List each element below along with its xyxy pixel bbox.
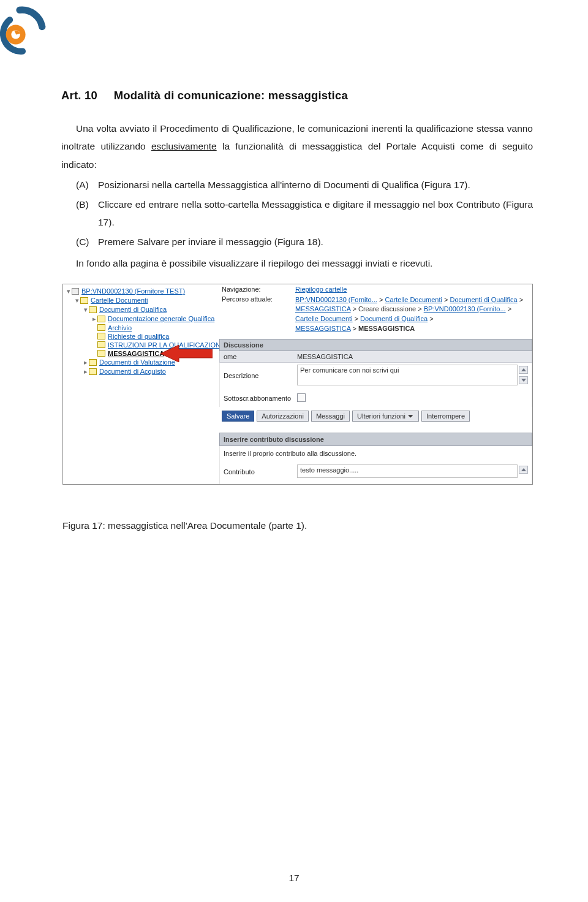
- contribution-label: Contributo: [224, 467, 297, 476]
- intro-text-underline: esclusivamente: [151, 141, 217, 151]
- tree-node[interactable]: ▾ Documenti di Qualifica: [66, 305, 217, 314]
- breadcrumb-link[interactable]: Documenti di Qualifica: [360, 315, 428, 322]
- more-functions-button[interactable]: Ulteriori funzioni ⏷: [352, 411, 419, 422]
- article-title: Modalità di comunicazione: messaggistica: [114, 89, 348, 102]
- breadcrumb-link[interactable]: MESSAGGISTICA: [295, 325, 350, 332]
- article-number: Art. 10: [61, 89, 97, 102]
- tree-node-label[interactable]: Documentazione generale Qualifica: [108, 315, 214, 322]
- treeview-collapse-icon[interactable]: ▾: [83, 306, 89, 314]
- company-logo: [0, 6, 49, 55]
- treeview-collapse-icon[interactable]: ▾: [74, 297, 80, 305]
- breadcrumb-sep: >: [416, 305, 424, 313]
- treeview-spacer: [91, 333, 97, 340]
- article-heading: Art. 10 Modalità di comunicazione: messa…: [61, 89, 533, 102]
- contribution-note: Inserire il proprio contributo alla disc…: [219, 446, 532, 461]
- name-row: ome MESSAGGISTICA: [219, 351, 532, 363]
- folder-icon: [89, 306, 97, 313]
- breadcrumb-link[interactable]: MESSAGGISTICA: [295, 305, 350, 313]
- treeview-spacer: [91, 324, 97, 332]
- tree-node[interactable]: ▾ BP:VND0002130 (Fornitore TEST): [66, 287, 217, 296]
- treeview-spacer: [91, 350, 97, 357]
- tree-node-selected[interactable]: MESSAGGISTICA: [66, 349, 217, 358]
- contribution-row: Contributo: [219, 461, 532, 484]
- breadcrumb: BP:VND0002130 (Fornito... > Cartelle Doc…: [295, 295, 530, 335]
- intro-paragraph: Una volta avviato il Procedimento di Qua…: [61, 119, 533, 173]
- treeview-expand-icon[interactable]: ▸: [91, 315, 97, 323]
- folder-tree: ▾ BP:VND0002130 (Fornitore TEST) ▾ Carte…: [63, 284, 219, 485]
- description-textarea[interactable]: [297, 365, 518, 385]
- screenshot-figure: ▾ BP:VND0002130 (Fornitore TEST) ▾ Carte…: [62, 284, 533, 485]
- folder-icon: [97, 341, 105, 348]
- list-marker: (B): [61, 195, 98, 232]
- tree-node-label[interactable]: Cartelle Documenti: [91, 297, 148, 304]
- contribution-textarea[interactable]: [297, 464, 518, 478]
- list-text: Premere Salvare per inviare il messaggio…: [98, 233, 533, 251]
- list-item: (B) Cliccare ed entrare nella sotto-cart…: [61, 195, 533, 232]
- list-text: Cliccare ed entrare nella sotto-cartella…: [98, 195, 533, 232]
- epilogue-text: In fondo alla pagina è possibile visuali…: [61, 254, 533, 272]
- breadcrumb-row: Percorso attuale: BP:VND0002130 (Fornito…: [219, 294, 532, 336]
- nav-label: Navigazione:: [222, 286, 295, 293]
- tree-node-label[interactable]: Documenti di Acquisto: [99, 368, 166, 375]
- scroll-up-icon[interactable]: [519, 366, 528, 374]
- breadcrumb-text: Creare discussione: [358, 305, 416, 313]
- nav-link[interactable]: Riepilogo cartelle: [295, 286, 347, 293]
- name-value: MESSAGGISTICA: [297, 353, 528, 360]
- figure-caption: Figura 17: messaggistica nell'Area Docum…: [62, 520, 533, 531]
- section-header-discussione: Discussione: [219, 339, 532, 351]
- breadcrumb-link[interactable]: Cartelle Documenti: [385, 296, 442, 303]
- tree-node[interactable]: ▸ Documentazione generale Qualifica: [66, 314, 217, 324]
- breadcrumb-sep: >: [518, 296, 523, 303]
- subscription-label: Sottoscr.abbonamento: [224, 395, 297, 402]
- tree-node[interactable]: ▾ Cartelle Documenti: [66, 296, 217, 305]
- description-label: Descrizione: [224, 371, 297, 379]
- tree-node-label[interactable]: Richieste di qualifica: [108, 333, 169, 340]
- folder-icon: [97, 350, 105, 357]
- list-marker: (A): [61, 176, 98, 194]
- authorizations-button[interactable]: Autorizzazioni: [257, 411, 308, 422]
- page-number: 17: [0, 873, 588, 884]
- nav-row: Navigazione: Riepilogo cartelle: [219, 284, 532, 294]
- breadcrumb-current: MESSAGGISTICA: [358, 325, 415, 332]
- breadcrumb-link[interactable]: BP:VND0002130 (Fornito...: [424, 305, 506, 313]
- subscription-row: Sottoscr.abbonamento: [219, 387, 532, 407]
- messages-button[interactable]: Messaggi: [311, 411, 350, 422]
- breadcrumb-sep: >: [377, 296, 385, 303]
- tree-node[interactable]: Archivio: [66, 324, 217, 332]
- tree-node-label[interactable]: MESSAGGISTICA: [108, 350, 164, 357]
- list-marker: (C): [61, 233, 98, 251]
- folder-icon: [97, 333, 105, 339]
- save-button[interactable]: Salvare: [222, 411, 254, 422]
- breadcrumb-sep: >: [442, 296, 450, 303]
- folder-icon: [89, 359, 97, 366]
- list-item: (C) Premere Salvare per inviare il messa…: [61, 233, 533, 251]
- instruction-list: (A) Posizionarsi nella cartella Messaggi…: [61, 176, 533, 251]
- tree-node[interactable]: ▸ Documenti di Acquisto: [66, 367, 217, 376]
- tree-node[interactable]: Richieste di qualifica: [66, 332, 217, 341]
- tree-node-label[interactable]: Documenti di Qualifica: [99, 306, 167, 313]
- cancel-button[interactable]: Interrompere: [421, 411, 470, 422]
- section-header-inserire: Inserire contributo discussione: [219, 433, 532, 446]
- list-text: Posizionarsi nella cartella Messaggistic…: [98, 176, 533, 194]
- document-icon: [72, 288, 79, 295]
- tree-node-label[interactable]: Archivio: [108, 324, 132, 332]
- form-panel: Navigazione: Riepilogo cartelle Percorso…: [219, 284, 532, 485]
- subscription-checkbox[interactable]: [297, 393, 306, 402]
- treeview-collapse-icon[interactable]: ▾: [66, 287, 72, 295]
- breadcrumb-sep: >: [428, 315, 433, 322]
- action-buttons: Salvare Autorizzazioni Messaggi Ulterior…: [219, 407, 532, 426]
- tree-node-label[interactable]: BP:VND0002130 (Fornitore TEST): [81, 287, 185, 295]
- breadcrumb-link[interactable]: Documenti di Qualifica: [450, 296, 518, 303]
- breadcrumb-link[interactable]: BP:VND0002130 (Fornito...: [295, 296, 377, 303]
- svg-marker-2: [160, 345, 213, 362]
- folder-icon: [97, 316, 105, 322]
- treeview-expand-icon[interactable]: ▸: [83, 358, 89, 366]
- treeview-expand-icon[interactable]: ▸: [83, 368, 89, 376]
- breadcrumb-link[interactable]: Cartelle Documenti: [295, 315, 353, 322]
- breadcrumb-sep: >: [350, 325, 358, 332]
- breadcrumb-sep: >: [506, 305, 511, 313]
- scroll-down-icon[interactable]: [519, 376, 528, 384]
- treeview-spacer: [91, 341, 97, 349]
- scroll-up-icon[interactable]: [519, 466, 528, 474]
- callout-arrow-icon: [160, 345, 213, 363]
